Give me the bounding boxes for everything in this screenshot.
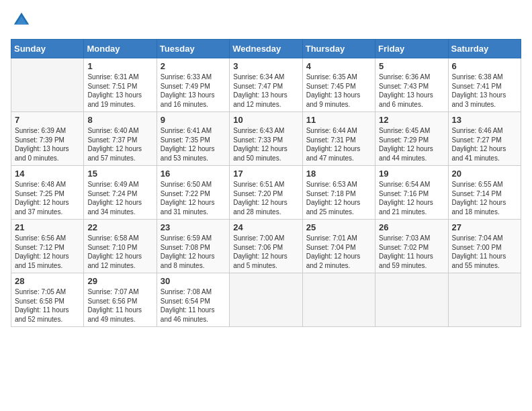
- day-number: 14: [15, 169, 80, 179]
- calendar-cell: 5Sunrise: 6:36 AMSunset: 7:43 PMDaylight…: [375, 58, 448, 112]
- day-number: 4: [306, 61, 371, 71]
- week-row-1: 1Sunrise: 6:31 AMSunset: 7:51 PMDaylight…: [11, 58, 521, 112]
- day-info: Sunrise: 6:43 AMSunset: 7:33 PMDaylight:…: [233, 126, 298, 163]
- calendar-cell: 9Sunrise: 6:41 AMSunset: 7:35 PMDaylight…: [157, 112, 229, 166]
- day-number: 19: [379, 169, 444, 179]
- calendar-cell: 23Sunrise: 6:59 AMSunset: 7:08 PMDayligh…: [157, 220, 229, 273]
- calendar-cell: [11, 58, 84, 112]
- day-info: Sunrise: 6:45 AMSunset: 7:29 PMDaylight:…: [379, 126, 444, 163]
- calendar-cell: 17Sunrise: 6:51 AMSunset: 7:20 PMDayligh…: [230, 166, 302, 220]
- day-number: 11: [306, 115, 371, 125]
- calendar-cell: 13Sunrise: 6:46 AMSunset: 7:27 PMDayligh…: [448, 112, 521, 166]
- calendar-cell: 10Sunrise: 6:43 AMSunset: 7:33 PMDayligh…: [230, 112, 302, 166]
- day-info: Sunrise: 6:33 AMSunset: 7:49 PMDaylight:…: [161, 73, 226, 109]
- day-info: Sunrise: 6:49 AMSunset: 7:24 PMDaylight:…: [87, 180, 152, 216]
- calendar-cell: 24Sunrise: 7:00 AMSunset: 7:06 PMDayligh…: [230, 220, 302, 273]
- weekday-header-saturday: Saturday: [448, 40, 521, 58]
- logo: [11, 11, 31, 32]
- calendar-cell: 29Sunrise: 7:07 AMSunset: 6:56 PMDayligh…: [84, 273, 157, 327]
- page-header: [11, 11, 521, 32]
- calendar-cell: 2Sunrise: 6:33 AMSunset: 7:49 PMDaylight…: [157, 58, 229, 112]
- day-info: Sunrise: 6:46 AMSunset: 7:27 PMDaylight:…: [452, 126, 517, 163]
- day-number: 17: [233, 169, 298, 179]
- day-number: 15: [87, 169, 152, 179]
- calendar-cell: 3Sunrise: 6:34 AMSunset: 7:47 PMDaylight…: [230, 58, 302, 112]
- calendar-cell: 15Sunrise: 6:49 AMSunset: 7:24 PMDayligh…: [84, 166, 157, 220]
- day-info: Sunrise: 6:36 AMSunset: 7:43 PMDaylight:…: [379, 73, 444, 109]
- calendar-cell: 28Sunrise: 7:05 AMSunset: 6:58 PMDayligh…: [11, 273, 84, 327]
- day-info: Sunrise: 7:07 AMSunset: 6:56 PMDaylight:…: [87, 287, 152, 324]
- calendar-cell: 6Sunrise: 6:38 AMSunset: 7:41 PMDaylight…: [448, 58, 521, 112]
- calendar-cell: 30Sunrise: 7:08 AMSunset: 6:54 PMDayligh…: [157, 273, 229, 327]
- weekday-header-wednesday: Wednesday: [230, 40, 302, 58]
- day-number: 18: [306, 169, 371, 179]
- weekday-header-tuesday: Tuesday: [157, 40, 229, 58]
- day-info: Sunrise: 6:40 AMSunset: 7:37 PMDaylight:…: [87, 126, 152, 163]
- weekday-header-monday: Monday: [84, 40, 157, 58]
- day-info: Sunrise: 7:05 AMSunset: 6:58 PMDaylight:…: [15, 287, 80, 324]
- week-row-2: 7Sunrise: 6:39 AMSunset: 7:39 PMDaylight…: [11, 112, 521, 166]
- day-number: 20: [452, 169, 517, 179]
- day-number: 28: [15, 276, 80, 286]
- weekday-header-thursday: Thursday: [302, 40, 375, 58]
- calendar-cell: 26Sunrise: 7:03 AMSunset: 7:02 PMDayligh…: [375, 220, 448, 273]
- day-info: Sunrise: 6:38 AMSunset: 7:41 PMDaylight:…: [452, 73, 517, 109]
- calendar: SundayMondayTuesdayWednesdayThursdayFrid…: [11, 39, 521, 327]
- day-number: 29: [87, 276, 152, 286]
- day-number: 24: [233, 222, 298, 232]
- calendar-cell: 20Sunrise: 6:55 AMSunset: 7:14 PMDayligh…: [448, 166, 521, 220]
- day-info: Sunrise: 6:55 AMSunset: 7:14 PMDaylight:…: [452, 180, 517, 216]
- day-number: 30: [161, 276, 226, 286]
- calendar-cell: 8Sunrise: 6:40 AMSunset: 7:37 PMDaylight…: [84, 112, 157, 166]
- calendar-cell: 1Sunrise: 6:31 AMSunset: 7:51 PMDaylight…: [84, 58, 157, 112]
- day-info: Sunrise: 7:00 AMSunset: 7:06 PMDaylight:…: [233, 234, 298, 270]
- day-number: 13: [452, 115, 517, 125]
- week-row-4: 21Sunrise: 6:56 AMSunset: 7:12 PMDayligh…: [11, 220, 521, 273]
- calendar-cell: 21Sunrise: 6:56 AMSunset: 7:12 PMDayligh…: [11, 220, 84, 273]
- day-info: Sunrise: 6:31 AMSunset: 7:51 PMDaylight:…: [87, 73, 152, 109]
- week-row-5: 28Sunrise: 7:05 AMSunset: 6:58 PMDayligh…: [11, 273, 521, 327]
- logo-icon: [12, 11, 31, 30]
- calendar-cell: 16Sunrise: 6:50 AMSunset: 7:22 PMDayligh…: [157, 166, 229, 220]
- day-info: Sunrise: 6:59 AMSunset: 7:08 PMDaylight:…: [161, 234, 226, 270]
- day-info: Sunrise: 7:01 AMSunset: 7:04 PMDaylight:…: [306, 234, 371, 270]
- day-info: Sunrise: 6:41 AMSunset: 7:35 PMDaylight:…: [161, 126, 226, 163]
- day-number: 9: [161, 115, 226, 125]
- day-number: 26: [379, 222, 444, 232]
- day-info: Sunrise: 6:39 AMSunset: 7:39 PMDaylight:…: [15, 126, 80, 163]
- day-info: Sunrise: 6:53 AMSunset: 7:18 PMDaylight:…: [306, 180, 371, 216]
- day-number: 3: [233, 61, 298, 71]
- day-info: Sunrise: 7:08 AMSunset: 6:54 PMDaylight:…: [161, 287, 226, 324]
- day-number: 25: [306, 222, 371, 232]
- day-number: 21: [15, 222, 80, 232]
- calendar-cell: 18Sunrise: 6:53 AMSunset: 7:18 PMDayligh…: [302, 166, 375, 220]
- calendar-cell: 4Sunrise: 6:35 AMSunset: 7:45 PMDaylight…: [302, 58, 375, 112]
- day-info: Sunrise: 6:54 AMSunset: 7:16 PMDaylight:…: [379, 180, 444, 216]
- calendar-cell: [230, 273, 302, 327]
- day-info: Sunrise: 7:04 AMSunset: 7:00 PMDaylight:…: [452, 234, 517, 270]
- day-number: 2: [161, 61, 226, 71]
- day-number: 8: [87, 115, 152, 125]
- day-number: 7: [15, 115, 80, 125]
- day-number: 10: [233, 115, 298, 125]
- calendar-cell: [302, 273, 375, 327]
- weekday-header-row: SundayMondayTuesdayWednesdayThursdayFrid…: [11, 40, 521, 58]
- day-info: Sunrise: 6:56 AMSunset: 7:12 PMDaylight:…: [15, 234, 80, 270]
- calendar-cell: 19Sunrise: 6:54 AMSunset: 7:16 PMDayligh…: [375, 166, 448, 220]
- weekday-header-sunday: Sunday: [11, 40, 84, 58]
- day-number: 23: [161, 222, 226, 232]
- calendar-cell: 11Sunrise: 6:44 AMSunset: 7:31 PMDayligh…: [302, 112, 375, 166]
- day-info: Sunrise: 7:03 AMSunset: 7:02 PMDaylight:…: [379, 234, 444, 270]
- day-number: 22: [87, 222, 152, 232]
- calendar-cell: 25Sunrise: 7:01 AMSunset: 7:04 PMDayligh…: [302, 220, 375, 273]
- day-info: Sunrise: 6:48 AMSunset: 7:25 PMDaylight:…: [15, 180, 80, 216]
- calendar-cell: 12Sunrise: 6:45 AMSunset: 7:29 PMDayligh…: [375, 112, 448, 166]
- day-info: Sunrise: 6:51 AMSunset: 7:20 PMDaylight:…: [233, 180, 298, 216]
- day-info: Sunrise: 6:34 AMSunset: 7:47 PMDaylight:…: [233, 73, 298, 109]
- day-info: Sunrise: 6:50 AMSunset: 7:22 PMDaylight:…: [161, 180, 226, 216]
- calendar-cell: 22Sunrise: 6:58 AMSunset: 7:10 PMDayligh…: [84, 220, 157, 273]
- calendar-cell: [448, 273, 521, 327]
- weekday-header-friday: Friday: [375, 40, 448, 58]
- day-number: 12: [379, 115, 444, 125]
- day-info: Sunrise: 6:35 AMSunset: 7:45 PMDaylight:…: [306, 73, 371, 109]
